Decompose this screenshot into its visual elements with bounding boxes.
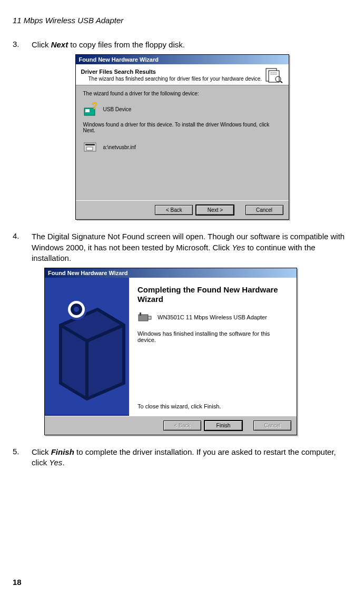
wizard1-device-name: USB Device — [103, 106, 132, 112]
next-button[interactable]: Next > — [196, 205, 234, 215]
document-header: 11 Mbps Wireless USB Adapter — [13, 16, 351, 25]
wizard1-body: The wizard found a driver for the follow… — [76, 85, 289, 200]
svg-text:?: ? — [92, 102, 97, 111]
wizard2-titlebar: Found New Hardware Wizard — [45, 268, 297, 278]
step-5-dot: . — [62, 458, 64, 467]
step-5: 5. Click Finish to complete the driver i… — [13, 447, 351, 468]
usb-adapter-icon — [137, 311, 152, 323]
step-5-bold: Finish — [51, 447, 74, 456]
svg-point-20 — [72, 305, 81, 314]
wizard1-titlebar: Found New Hardware Wizard — [76, 55, 289, 64]
svg-rect-10 — [85, 144, 95, 145]
wizard2-sidebar — [45, 278, 129, 416]
wizard1-inf-row: a:\netvusbr.inf — [83, 141, 281, 153]
step-5-post: to complete the driver installation. If … — [32, 447, 336, 467]
svg-rect-7 — [85, 109, 90, 112]
svg-line-5 — [280, 81, 282, 83]
back-button-2: < Back — [163, 421, 201, 431]
wizard2-buttons: < BackFinish Cancel — [45, 416, 297, 435]
step-3-body: Click Next to copy files from the floppy… — [32, 40, 351, 50]
svg-marker-13 — [61, 309, 124, 399]
svg-rect-11 — [86, 147, 93, 150]
wizard2-device-name: WN3501C 11 Mbps Wireless USB Adapter — [158, 314, 267, 320]
step-5-number: 5. — [13, 447, 22, 456]
wizard-driver-search: Found New Hardware Wizard Driver Files S… — [75, 54, 289, 220]
question-mark-icon: ? — [83, 102, 98, 116]
svg-rect-23 — [140, 312, 141, 316]
step-3-number: 3. — [13, 40, 22, 48]
wizard1-heading: Driver Files Search Results — [81, 69, 283, 75]
step-3: 3. Click Next to copy files from the flo… — [13, 40, 351, 50]
step-4-body: The Digital Signature Not Found screen w… — [32, 231, 351, 263]
wizard2-close-text: To close this wizard, click Finish. — [137, 403, 221, 409]
cancel-button[interactable]: Cancel — [245, 205, 283, 215]
step-4-number: 4. — [13, 231, 22, 240]
back-button[interactable]: < Back — [155, 205, 193, 215]
wizard1-subtitle: The wizard has finished searching for dr… — [88, 76, 283, 82]
step-4: 4. The Digital Signature Not Found scree… — [13, 231, 351, 263]
page-number: 18 — [13, 578, 22, 587]
cancel-button-2: Cancel — [253, 421, 291, 431]
step-5-body: Click Finish to complete the driver inst… — [32, 447, 351, 468]
document-icon — [264, 67, 283, 83]
wizard1-buttons: < BackNext > Cancel — [76, 200, 289, 219]
step-3-post: to copy files from the floppy disk. — [68, 40, 185, 49]
step-3-bold: Next — [51, 40, 68, 49]
svg-rect-22 — [148, 316, 151, 319]
wizard1-note: Windows found a driver for this device. … — [83, 122, 281, 133]
wizard2-heading: Completing the Found New Hardware Wizard — [137, 285, 288, 304]
step-4-yes: Yes — [232, 243, 245, 252]
wizard2-text: Windows has finished installing the soft… — [137, 330, 288, 343]
wizard1-header: Driver Files Search Results The wizard h… — [76, 64, 289, 85]
floppy-icon — [83, 141, 98, 153]
wizard1-line1: The wizard found a driver for the follow… — [83, 91, 281, 96]
wizard2-main: Completing the Found New Hardware Wizard… — [129, 278, 297, 416]
wizard1-device-row: ? USB Device — [83, 102, 281, 116]
step-3-pre: Click — [32, 40, 51, 49]
wizard-complete: Found New Hardware Wizard Completing the… — [44, 268, 297, 435]
step-5-yes: Yes — [49, 458, 62, 467]
wizard2-device-row: WN3501C 11 Mbps Wireless USB Adapter — [137, 311, 288, 323]
step-5-pre: Click — [32, 447, 51, 456]
wizard1-inf-path: a:\netvusbr.inf — [103, 144, 136, 150]
finish-button[interactable]: Finish — [204, 421, 242, 431]
